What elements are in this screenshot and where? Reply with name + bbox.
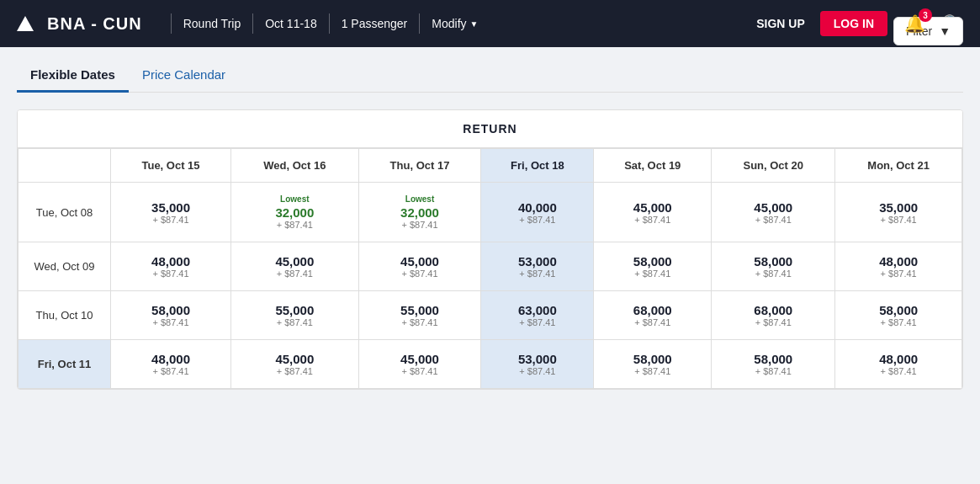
price-cell[interactable]: 58,000+ $87.41 <box>835 291 962 340</box>
row-label: Thu, Oct 10 <box>19 291 111 340</box>
fee-value: + $87.41 <box>118 215 224 225</box>
price-cell[interactable]: 48,000+ $87.41 <box>835 340 962 389</box>
fee-value: + $87.41 <box>718 366 828 376</box>
logo-triangle-icon <box>17 16 34 31</box>
price-cell[interactable]: 58,000+ $87.41 <box>712 242 835 291</box>
price-value: 32,000 <box>366 205 474 220</box>
price-cell[interactable]: 53,000+ $87.41 <box>481 242 594 291</box>
fee-value: + $87.41 <box>118 317 224 327</box>
return-header: RETURN <box>18 110 962 148</box>
col-header-empty <box>19 149 111 183</box>
price-cell[interactable]: 53,000+ $87.41 <box>481 340 594 389</box>
fee-value: + $87.41 <box>366 220 474 230</box>
price-cell[interactable]: 48,000+ $87.41 <box>111 340 231 389</box>
price-value: 58,000 <box>842 303 955 317</box>
tabs: Flexible Dates Price Calendar <box>17 59 963 93</box>
fee-value: + $87.41 <box>366 366 474 376</box>
price-value: 63,000 <box>488 303 586 317</box>
tab-price-calendar[interactable]: Price Calendar <box>129 59 239 93</box>
table-row: Wed, Oct 0948,000+ $87.4145,000+ $87.414… <box>19 242 962 291</box>
price-cell[interactable]: 68,000+ $87.41 <box>712 291 835 340</box>
route-label: BNA - CUN <box>47 14 142 34</box>
price-value: 53,000 <box>488 352 586 366</box>
fee-value: + $87.41 <box>601 366 704 376</box>
price-cell[interactable]: 58,000+ $87.41 <box>712 340 835 389</box>
divider-1 <box>171 13 172 34</box>
price-cell[interactable]: 45,000+ $87.41 <box>712 183 835 242</box>
price-value: 48,000 <box>118 352 224 366</box>
notification-badge: 3 <box>919 8 932 22</box>
signup-button[interactable]: SIGN UP <box>748 12 813 35</box>
price-cell[interactable]: 45,000+ $87.41 <box>231 340 359 389</box>
col-header-oct21: Mon, Oct 21 <box>835 149 962 183</box>
fee-value: + $87.41 <box>601 269 704 279</box>
main-content: Filter ▼ Flexible Dates Price Calendar R… <box>0 47 980 403</box>
row-label: Fri, Oct 11 <box>19 340 111 389</box>
price-cell[interactable]: Lowest32,000+ $87.41 <box>358 183 481 242</box>
price-value: 45,000 <box>366 352 474 366</box>
fee-value: + $87.41 <box>488 215 586 225</box>
trip-type[interactable]: Round Trip <box>183 17 241 30</box>
price-grid: RETURN Tue, Oct 15 Wed, Oct 16 Thu, Oct … <box>17 109 963 390</box>
fee-value: + $87.41 <box>488 366 586 376</box>
price-cell[interactable]: 58,000+ $87.41 <box>594 340 712 389</box>
divider-4 <box>419 13 420 34</box>
notifications-bell[interactable]: 🔔 3 <box>904 13 925 34</box>
fee-value: + $87.41 <box>238 317 352 327</box>
price-value: 45,000 <box>601 200 704 215</box>
price-cell[interactable]: 58,000+ $87.41 <box>111 291 231 340</box>
price-cell[interactable]: 45,000+ $87.41 <box>231 242 359 291</box>
dates[interactable]: Oct 11-18 <box>265 17 316 30</box>
fee-value: + $87.41 <box>601 215 704 225</box>
price-cell[interactable]: 35,000+ $87.41 <box>835 183 962 242</box>
price-cell[interactable]: 55,000+ $87.41 <box>358 291 481 340</box>
price-value: 68,000 <box>718 303 828 317</box>
fee-value: + $87.41 <box>718 215 828 225</box>
price-cell[interactable]: 45,000+ $87.41 <box>358 242 481 291</box>
modify-button[interactable]: Modify ▼ <box>432 17 478 30</box>
price-value: 32,000 <box>238 205 352 220</box>
chevron-down-icon: ▼ <box>470 19 479 29</box>
fee-value: + $87.41 <box>601 317 704 327</box>
row-label: Wed, Oct 09 <box>19 242 111 291</box>
col-header-oct19: Sat, Oct 19 <box>594 149 712 183</box>
logo <box>17 16 34 31</box>
price-value: 58,000 <box>601 254 704 269</box>
fee-value: + $87.41 <box>842 269 955 279</box>
fee-value: + $87.41 <box>118 366 224 376</box>
price-value: 68,000 <box>601 303 704 317</box>
passengers[interactable]: 1 Passenger <box>342 17 408 30</box>
price-value: 35,000 <box>118 200 224 215</box>
price-cell[interactable]: 48,000+ $87.41 <box>111 242 231 291</box>
price-value: 58,000 <box>718 254 828 269</box>
price-value: 58,000 <box>601 352 704 366</box>
col-header-oct16: Wed, Oct 16 <box>231 149 359 183</box>
price-cell[interactable]: 68,000+ $87.41 <box>594 291 712 340</box>
price-cell[interactable]: 35,000+ $87.41 <box>111 183 231 242</box>
price-cell[interactable]: Lowest32,000+ $87.41 <box>231 183 359 242</box>
price-cell[interactable]: 58,000+ $87.41 <box>594 242 712 291</box>
login-button[interactable]: LOG IN <box>820 11 887 36</box>
price-cell[interactable]: 40,000+ $87.41 <box>481 183 594 242</box>
fee-value: + $87.41 <box>366 269 474 279</box>
price-value: 48,000 <box>842 352 955 366</box>
price-value: 55,000 <box>366 303 474 317</box>
tab-flexible-dates[interactable]: Flexible Dates <box>17 59 129 93</box>
price-value: 35,000 <box>842 200 955 215</box>
price-cell[interactable]: 48,000+ $87.41 <box>835 242 962 291</box>
price-value: 40,000 <box>488 200 586 215</box>
price-cell[interactable]: 55,000+ $87.41 <box>231 291 359 340</box>
price-value: 48,000 <box>842 254 955 269</box>
table-row: Tue, Oct 0835,000+ $87.41Lowest32,000+ $… <box>19 183 962 242</box>
price-value: 53,000 <box>488 254 586 269</box>
price-cell[interactable]: 45,000+ $87.41 <box>594 183 712 242</box>
price-cell[interactable]: 45,000+ $87.41 <box>358 340 481 389</box>
price-table: Tue, Oct 15 Wed, Oct 16 Thu, Oct 17 Fri,… <box>18 148 962 389</box>
fee-value: + $87.41 <box>718 269 828 279</box>
divider-3 <box>329 13 330 34</box>
fee-value: + $87.41 <box>718 317 828 327</box>
price-value: 55,000 <box>238 303 352 317</box>
fee-value: + $87.41 <box>238 220 352 230</box>
fee-value: + $87.41 <box>488 269 586 279</box>
price-cell[interactable]: 63,000+ $87.41 <box>481 291 594 340</box>
